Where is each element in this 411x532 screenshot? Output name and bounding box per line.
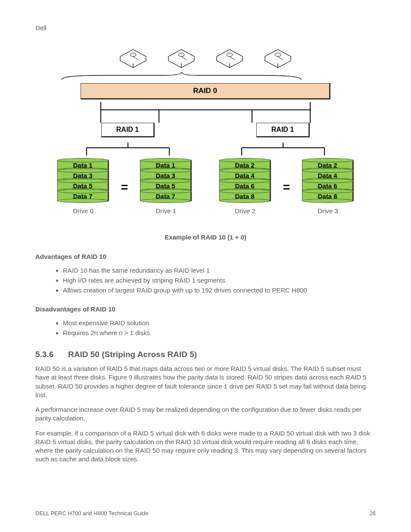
svg-point-0	[130, 53, 136, 56]
hdd-icon	[214, 45, 245, 68]
drive-stack: Data 2 Data 4 Data 6 Data 8 Drive 2	[219, 160, 271, 215]
split-lines	[74, 143, 182, 156]
svg-point-1	[178, 53, 184, 56]
drive-stack: Data 1 Data 3 Data 5 Data 7 Drive 0	[57, 160, 109, 215]
body-paragraph: For example, if a comparison of a RAID 5…	[35, 429, 376, 464]
disadvantages-heading: Disadvantages of RAID 10	[35, 305, 376, 313]
page-number: 26	[370, 510, 376, 516]
advantages-heading: Advantages of RAID 10	[35, 253, 376, 260]
raid1-label: RAID 1	[256, 123, 310, 137]
disadvantages-list: Most expensive RAID solution Requires 2n…	[35, 318, 376, 338]
raid1-label: RAID 1	[101, 123, 155, 137]
hdd-icon	[118, 45, 149, 68]
drive-stack: Data 2 Data 4 Data 6 Data 8 Drive 3	[302, 160, 354, 215]
advantages-list: RAID 10 has the same redundancy as RAID …	[35, 265, 376, 295]
drive-stack: Data 1 Data 3 Data 5 Data 7 Drive 1	[140, 160, 192, 215]
list-item: Allows creation of largest RAID group wi…	[63, 285, 376, 295]
connector-lines	[81, 102, 330, 123]
brace-icon	[57, 72, 305, 81]
list-item: RAID 10 has the same redundancy as RAID …	[63, 265, 376, 275]
figure-caption: Example of RAID 10 (1 + 0)	[35, 233, 376, 241]
equals-sign: =	[119, 180, 130, 194]
list-item: Most expensive RAID solution	[63, 318, 376, 328]
split-lines	[229, 143, 337, 156]
hdd-icon	[166, 45, 197, 68]
svg-point-3	[275, 53, 281, 56]
raid10-diagram: RAID 0 RAID 1 RAID 1 Data 1 Data 3 Data …	[57, 45, 354, 215]
list-item: High I/O rates are achieved by striping …	[63, 275, 376, 285]
page-header: Dell	[35, 24, 376, 31]
svg-point-2	[227, 53, 233, 56]
raid0-label: RAID 0	[81, 83, 330, 100]
section-heading: 5.3.6RAID 50 (Striping Across RAID 5)	[35, 350, 376, 359]
body-paragraph: RAID 50 is a variation of RAID 5 that ma…	[35, 364, 376, 399]
list-item: Requires 2n where n > 1 disks	[63, 328, 376, 338]
footer-title: DELL PERC H700 and H800 Technical Guide	[35, 510, 148, 516]
equals-sign: =	[281, 180, 292, 194]
body-paragraph: A performance increase over RAID 5 may b…	[35, 405, 376, 423]
hdd-icon	[262, 45, 293, 68]
